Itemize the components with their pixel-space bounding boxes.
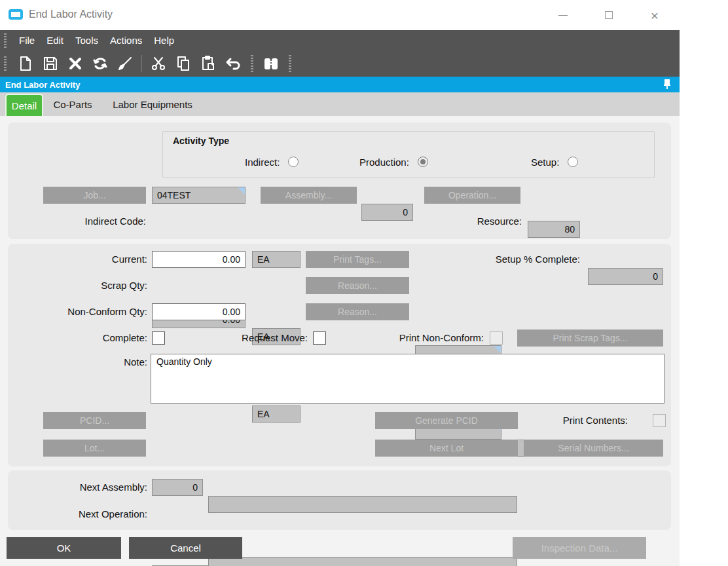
menu-tools[interactable]: Tools	[69, 35, 104, 46]
maximize-icon	[605, 11, 613, 19]
print-nonconform-label: Print Non-Conform:	[283, 330, 484, 347]
tab-detail[interactable]: Detail	[5, 94, 43, 116]
radio-setup-circle[interactable]	[568, 157, 578, 167]
nonconform-qty-input[interactable]: 0.00	[152, 303, 246, 320]
radio-setup-label: Setup:	[531, 157, 559, 168]
app-icon	[9, 9, 23, 20]
nonconform-qty-label: Non-Conform Qty:	[8, 303, 147, 320]
save-icon[interactable]	[38, 54, 63, 73]
next-operation-desc-field[interactable]	[208, 557, 517, 566]
minimize-icon	[558, 15, 568, 16]
quantities-card: Current: 0.00 EA Print Tags... Setup % C…	[8, 244, 671, 466]
next-lot-button[interactable]: Next Lot	[375, 440, 518, 457]
menu-help[interactable]: Help	[148, 35, 180, 46]
menu-bar: File Edit Tools Actions Help	[0, 30, 680, 50]
window-title: End Labor Activity	[29, 9, 113, 20]
paste-icon[interactable]	[196, 54, 221, 73]
print-contents-checkbox[interactable]	[653, 414, 666, 427]
cut-icon[interactable]	[146, 54, 171, 73]
close-icon: ×	[651, 9, 659, 22]
indirect-code-label: Indirect Code:	[43, 213, 146, 230]
radio-production-label: Production:	[359, 157, 409, 168]
find-icon[interactable]	[259, 54, 283, 73]
tab-labor-equipments[interactable]: Labor Equipments	[103, 92, 202, 116]
toolbar-dotted-separator	[251, 55, 253, 72]
resource-label: Resource:	[374, 213, 522, 230]
next-assembly-field[interactable]: 0	[152, 479, 203, 496]
current-label: Current:	[8, 251, 147, 268]
radio-production-circle[interactable]	[418, 157, 428, 167]
current-uom-field[interactable]: EA	[252, 251, 300, 268]
next-operation-label: Next Operation:	[8, 506, 147, 523]
nonconform-reason-button[interactable]: Reason...	[306, 303, 409, 320]
clear-icon[interactable]	[113, 54, 137, 73]
toolbar	[0, 50, 680, 77]
toolbar-separator	[141, 55, 142, 72]
tab-co-parts[interactable]: Co-Parts	[49, 92, 96, 116]
close-button[interactable]: ×	[640, 5, 669, 25]
next-assembly-label: Next Assembly:	[8, 479, 147, 496]
undo-icon[interactable]	[221, 54, 246, 73]
job-field[interactable]: 04TEST	[152, 187, 246, 204]
operation-button[interactable]: Operation...	[424, 187, 520, 204]
radio-indirect-circle[interactable]	[288, 157, 299, 167]
end-labor-activity-window: End Labor Activity × File Edit Tools Act…	[0, 0, 680, 566]
radio-indirect-label: Indirect:	[245, 157, 280, 168]
toolbar-dotted-separator-2	[289, 55, 291, 72]
detail-tab-content: Activity Type Indirect: Production: Setu…	[0, 116, 680, 566]
nonconform-uom-field[interactable]: EA	[252, 406, 300, 423]
job-card: Activity Type Indirect: Production: Setu…	[8, 123, 671, 239]
next-assembly-desc-field[interactable]	[208, 496, 517, 513]
tab-bar: Detail Co-Parts Labor Equipments	[0, 92, 680, 116]
next-card: Next Assembly: 0 Next Operation: 0	[8, 470, 671, 530]
radio-production[interactable]: Production:	[359, 155, 428, 168]
maximize-button[interactable]	[594, 5, 623, 25]
setup-pct-field[interactable]: 0	[588, 268, 663, 285]
activity-type-legend: Activity Type	[173, 136, 229, 146]
inspection-data-button[interactable]: Inspection Data...	[513, 537, 646, 559]
operation-field[interactable]: 80	[528, 221, 580, 238]
setup-pct-label: Setup % Complete:	[374, 251, 580, 268]
serial-numbers-button[interactable]: Serial Numbers...	[524, 440, 663, 457]
pcid-button[interactable]: PCID...	[43, 412, 146, 429]
pin-icon[interactable]	[663, 79, 672, 92]
refresh-icon[interactable]	[88, 54, 113, 73]
menu-edit[interactable]: Edit	[41, 35, 69, 46]
delete-icon[interactable]	[63, 54, 88, 73]
menu-gripper	[4, 33, 7, 48]
radio-indirect[interactable]: Indirect:	[245, 155, 299, 168]
panel-header: End Labor Activity	[0, 77, 680, 92]
job-button[interactable]: Job...	[43, 187, 146, 204]
cancel-button[interactable]: Cancel	[129, 537, 242, 559]
print-contents-label: Print Contents:	[440, 412, 628, 429]
new-document-icon[interactable]	[13, 54, 38, 73]
complete-checkbox[interactable]	[152, 331, 165, 345]
current-input[interactable]: 0.00	[152, 251, 246, 268]
scrap-qty-label: Scrap Qty:	[8, 277, 147, 294]
menu-actions[interactable]: Actions	[104, 35, 148, 46]
note-textarea[interactable]: Quantity Only	[151, 354, 664, 404]
radio-setup[interactable]: Setup:	[531, 155, 578, 168]
toolbar-gripper	[4, 56, 7, 71]
scrap-reason-button[interactable]: Reason...	[306, 277, 409, 294]
lot-button[interactable]: Lot...	[43, 440, 146, 457]
activity-type-group: Activity Type Indirect: Production: Setu…	[162, 131, 655, 178]
complete-label: Complete:	[8, 330, 147, 347]
minimize-button[interactable]	[549, 5, 577, 25]
menu-file[interactable]: File	[13, 35, 41, 46]
note-label: Note:	[8, 354, 147, 371]
print-scrap-tags-button[interactable]: Print Scrap Tags...	[517, 330, 663, 347]
panel-title: End Labor Activity	[5, 80, 80, 90]
copy-icon[interactable]	[171, 54, 196, 73]
print-nonconform-checkbox[interactable]	[490, 331, 503, 345]
ok-button[interactable]: OK	[7, 537, 121, 559]
assembly-button[interactable]: Assembly...	[261, 187, 357, 204]
title-bar: End Labor Activity ×	[0, 0, 728, 30]
